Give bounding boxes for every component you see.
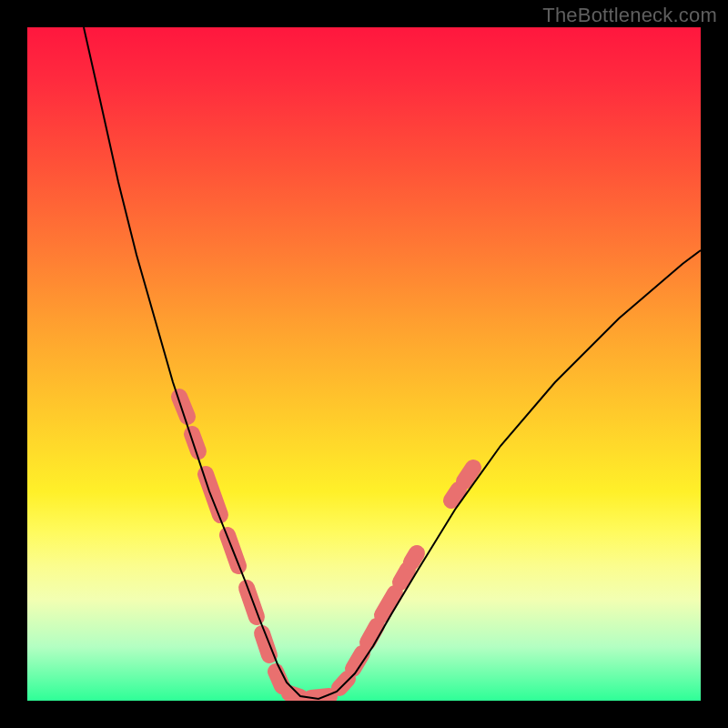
highlight-dash: [247, 588, 257, 617]
highlight-dash: [353, 653, 362, 669]
highlight-overlay: [179, 397, 473, 698]
plot-area: [27, 27, 701, 701]
chart-svg: [27, 27, 701, 701]
highlight-dash: [400, 570, 408, 582]
highlight-dash: [276, 672, 282, 686]
highlight-dash: [206, 474, 220, 515]
highlight-dash: [368, 626, 377, 642]
highlight-dash: [451, 490, 459, 500]
highlight-dash: [411, 553, 417, 562]
highlight-dash: [464, 468, 473, 481]
outer-frame: TheBottleneck.com: [0, 0, 728, 728]
watermark-text: TheBottleneck.com: [542, 4, 717, 27]
